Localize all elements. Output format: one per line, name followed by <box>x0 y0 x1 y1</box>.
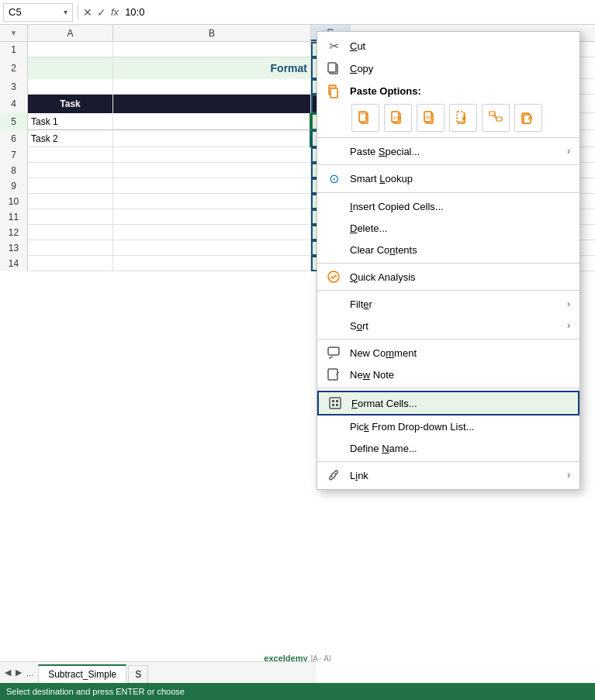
cell-b11[interactable] <box>113 209 311 225</box>
menu-label-cut: Cut <box>350 40 570 52</box>
menu-item-pick-dropdown[interactable]: Pick From Drop-down List... <box>317 416 579 437</box>
cell-ref-dropdown-icon[interactable]: ▾ <box>64 8 67 16</box>
menu-label-sort: Sort <box>350 320 559 332</box>
cell-a3[interactable] <box>28 79 113 95</box>
cell-a6[interactable]: Task 2 <box>28 130 113 147</box>
cell-b2[interactable]: Format <box>113 57 311 79</box>
svg-rect-17 <box>496 117 502 121</box>
cell-b10[interactable] <box>113 194 311 209</box>
menu-item-cut[interactable]: ✂ Cut <box>317 35 579 57</box>
cell-b4[interactable] <box>113 95 311 113</box>
menu-item-insert-copied[interactable]: Insert Copied Cells... <box>317 195 579 217</box>
confirm-icon[interactable]: ✓ <box>97 6 106 19</box>
svg-rect-25 <box>332 400 334 402</box>
new-note-icon <box>325 367 342 381</box>
paste-btn-no-border[interactable] <box>449 104 477 132</box>
formula-bar-divider <box>78 5 78 20</box>
cell-b8[interactable] <box>113 163 311 178</box>
formula-bar-icons: ✕ ✓ fx <box>83 6 119 19</box>
cell-a7[interactable] <box>28 147 113 163</box>
cell-reference-box[interactable]: C5 ▾ <box>3 3 73 22</box>
sheet-tab-subtract-simple[interactable]: Subtract_Simple <box>38 664 126 683</box>
cell-b12[interactable] <box>113 225 311 240</box>
cell-b6[interactable] <box>113 130 311 147</box>
svg-rect-4 <box>330 86 335 88</box>
cell-b7[interactable] <box>113 147 311 163</box>
menu-item-sort[interactable]: Sort › <box>317 315 579 336</box>
menu-item-link[interactable]: Link › <box>317 464 579 486</box>
paste-btn-default[interactable] <box>351 104 379 132</box>
menu-item-clear-contents[interactable]: Clear Contents <box>317 239 579 260</box>
svg-rect-23 <box>328 369 337 380</box>
row-num-13: 13 <box>0 240 28 256</box>
menu-label-paste-options: Paste Options: <box>350 85 570 97</box>
function-icon[interactable]: fx <box>111 6 119 18</box>
menu-item-new-comment[interactable]: New Comment <box>317 342 579 364</box>
cell-a12[interactable] <box>28 225 113 240</box>
menu-item-delete[interactable]: Delete... <box>317 217 579 239</box>
menu-item-new-note[interactable]: New Note <box>317 364 579 385</box>
cell-b13[interactable] <box>113 240 311 256</box>
cell-a2[interactable] <box>28 57 113 79</box>
menu-label-format-cells: Format Cells... <box>351 398 569 409</box>
smart-lookup-icon: ⊙ <box>325 171 342 186</box>
menu-label-insert-copied: Insert Copied Cells... <box>350 201 570 212</box>
cell-b3[interactable] <box>113 79 311 95</box>
row-num-6: 6 <box>0 130 28 147</box>
cell-b5[interactable] <box>113 113 311 130</box>
menu-item-quick-analysis[interactable]: Quick Analysis <box>317 266 579 288</box>
corner-triangle-icon: ▼ <box>10 29 18 37</box>
col-header-b[interactable]: B <box>113 25 311 41</box>
row-num-10: 10 <box>0 194 28 209</box>
menu-item-smart-lookup[interactable]: ⊙ Smart Lookup <box>317 167 579 190</box>
cell-a9[interactable] <box>28 178 113 194</box>
nav-prev-button[interactable]: ◀ <box>3 666 12 679</box>
cell-b9[interactable] <box>113 178 311 194</box>
nav-dots-button[interactable]: ... <box>25 667 35 679</box>
menu-item-copy[interactable]: Copy <box>317 57 579 79</box>
cell-a10[interactable] <box>28 194 113 209</box>
cell-a13[interactable] <box>28 240 113 256</box>
svg-rect-7 <box>360 112 365 115</box>
cell-b1[interactable] <box>113 42 311 57</box>
svg-rect-20 <box>524 115 531 123</box>
svg-rect-27 <box>332 404 334 406</box>
cell-a14[interactable] <box>28 256 113 271</box>
menu-item-filter[interactable]: Filter › <box>317 293 579 315</box>
link-arrow-icon: › <box>567 470 570 481</box>
svg-text:%: % <box>493 114 496 119</box>
menu-separator-7 <box>317 388 579 388</box>
paste-btn-values[interactable]: 123 <box>384 104 412 132</box>
cell-a8[interactable] <box>28 163 113 178</box>
formula-bar-input[interactable] <box>122 5 592 19</box>
sheet-tab-bar: ◀ ▶ ... Subtract_Simple S <box>0 661 317 683</box>
paste-btn-link[interactable] <box>514 104 542 132</box>
menu-item-define-name[interactable]: Define Name... <box>317 437 579 459</box>
formula-bar: C5 ▾ ✕ ✓ fx <box>0 0 595 25</box>
menu-label-quick-analysis: Quick Analysis <box>350 271 570 283</box>
context-menu: ✂ Cut Copy Paste Options: <box>317 31 580 490</box>
cell-a5[interactable]: Task 1 <box>28 113 113 130</box>
paste-options-icon <box>325 84 342 98</box>
paste-btn-formula[interactable]: fx <box>417 104 445 132</box>
sheet-tab-2[interactable]: S <box>128 665 148 683</box>
cell-a4[interactable]: Task <box>28 95 113 113</box>
menu-item-paste-special[interactable]: Paste Special... › <box>317 140 579 162</box>
col-header-a[interactable]: A <box>28 25 113 41</box>
cell-b14[interactable] <box>113 256 311 271</box>
menu-separator-3 <box>317 192 579 193</box>
menu-label-smart-lookup: Smart Lookup <box>350 173 570 184</box>
row-num-3: 3 <box>0 79 28 95</box>
nav-next-button[interactable]: ▶ <box>14 666 23 679</box>
menu-label-new-comment: New Comment <box>350 347 570 359</box>
menu-item-format-cells[interactable]: Format Cells... <box>317 391 579 416</box>
cell-a11[interactable] <box>28 209 113 225</box>
menu-label-paste-special: Paste Special... <box>350 146 559 157</box>
menu-label-link: Link <box>350 470 559 481</box>
menu-separator-6 <box>317 339 579 340</box>
copy-icon <box>325 61 342 75</box>
paste-btn-transpose[interactable]: % <box>482 104 510 132</box>
cell-a1[interactable] <box>28 42 113 57</box>
quick-analysis-icon <box>325 270 342 284</box>
cancel-icon[interactable]: ✕ <box>83 6 92 19</box>
